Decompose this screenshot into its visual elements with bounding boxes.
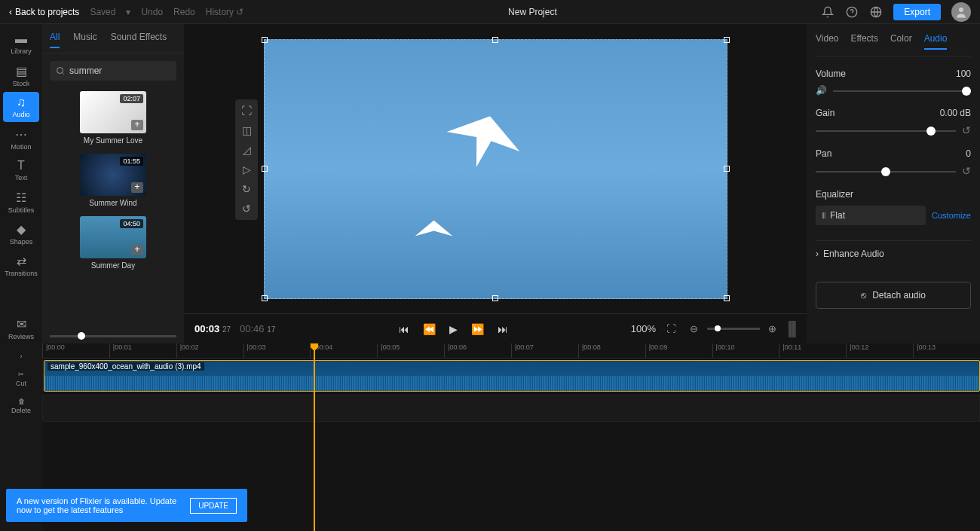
volume-slider[interactable] — [833, 90, 971, 92]
chevron-right-icon: › — [816, 249, 819, 259]
ruler-tick: |00:08 — [578, 343, 645, 358]
reset-icon[interactable]: ↺ — [962, 124, 971, 136]
search-box[interactable] — [50, 61, 176, 81]
rewind-icon[interactable]: ⏪ — [423, 323, 436, 335]
rail-motion[interactable]: ⋯Motion — [3, 124, 39, 154]
enhance-audio-toggle[interactable]: › Enhance Audio — [816, 240, 971, 267]
resize-handle[interactable] — [262, 166, 268, 172]
ruler-tick: |00:04 — [310, 343, 377, 358]
library-panel: All Music Sound Effects 02:07+ My Summer… — [42, 24, 184, 343]
customize-link[interactable]: Customize — [932, 211, 971, 220]
skip-start-icon[interactable]: ⏮ — [399, 323, 409, 335]
detach-icon: ⎋ — [861, 290, 866, 301]
help-icon[interactable] — [845, 5, 859, 19]
resize-handle[interactable] — [492, 295, 498, 301]
gain-slider[interactable] — [816, 130, 956, 132]
reviews-icon: ✉ — [17, 317, 26, 331]
add-button[interactable]: + — [131, 182, 143, 193]
export-button[interactable]: Export — [893, 4, 941, 20]
properties-panel: Video Effects Color Audio Volume100 🔊 Ga… — [807, 24, 980, 343]
text-icon: T — [17, 159, 25, 172]
video-content — [439, 106, 526, 176]
cut-button[interactable]: ✂Cut — [6, 368, 36, 390]
lib-item[interactable]: 01:55+ Summer Wind — [50, 154, 176, 207]
timeline-clip[interactable]: sample_960x400_ocean_with_audio (3).mp4 — [44, 360, 980, 392]
user-avatar[interactable] — [951, 2, 971, 22]
globe-icon[interactable] — [869, 5, 883, 19]
detach-audio-button[interactable]: ⎋ Detach audio — [816, 282, 971, 309]
resize-handle[interactable] — [262, 295, 268, 301]
notifications-icon[interactable] — [821, 5, 835, 19]
lib-item[interactable]: 04:50+ Summer Day — [50, 216, 176, 270]
lib-tab-sfx[interactable]: Sound Effects — [111, 32, 167, 48]
delete-button[interactable]: 🗑Delete — [6, 395, 36, 417]
video-track[interactable]: sample_960x400_ocean_with_audio (3).mp4 — [42, 360, 980, 392]
play-icon[interactable]: ▶ — [449, 323, 458, 335]
reset-icon[interactable]: ↺ — [962, 165, 971, 177]
add-button[interactable]: + — [131, 245, 143, 255]
back-to-projects-link[interactable]: ‹ Back to projects — [9, 7, 79, 17]
skip-end-icon[interactable]: ⏭ — [498, 323, 508, 335]
rail-transitions[interactable]: ⇄Transitions — [3, 250, 39, 280]
motion-icon: ⋯ — [15, 127, 27, 142]
saved-status: Saved — [90, 7, 115, 17]
resize-handle[interactable] — [262, 37, 268, 43]
zoom-value: 100% — [631, 323, 656, 334]
preview-canvas[interactable] — [264, 39, 727, 299]
rail-shapes[interactable]: ◆Shapes — [3, 218, 39, 249]
ruler-tick: |00:02 — [176, 343, 243, 358]
trash-icon: 🗑 — [18, 398, 25, 405]
lib-tab-music[interactable]: Music — [73, 32, 96, 48]
rail-reviews[interactable]: ✉Reviews — [3, 313, 39, 343]
timeline-expand[interactable]: › — [6, 349, 36, 363]
fullscreen-icon[interactable]: ⛶ — [665, 322, 678, 336]
tab-color[interactable]: Color — [890, 33, 912, 50]
add-button[interactable]: + — [131, 120, 143, 130]
resize-handle[interactable] — [724, 166, 730, 172]
playhead[interactable] — [314, 343, 315, 531]
pan-label: Pan — [816, 148, 831, 159]
equalizer-icon: ⫴ — [822, 210, 825, 221]
rail-text[interactable]: TText — [3, 155, 39, 185]
gain-label: Gain — [816, 108, 835, 118]
search-icon — [56, 66, 65, 75]
zoom-slider[interactable] — [707, 328, 760, 330]
undo-button[interactable]: Undo — [141, 7, 163, 17]
project-title: New Project — [243, 7, 821, 17]
left-rail: ▬Library ▤Stock ♫Audio ⋯Motion TText ☷Su… — [0, 24, 42, 343]
lib-item[interactable]: 02:07+ My Summer Love — [50, 91, 176, 145]
update-button[interactable]: UPDATE — [190, 498, 237, 514]
topbar: ‹ Back to projects Saved ▾ Undo Redo His… — [0, 0, 980, 24]
thumbnail-size-slider[interactable] — [42, 329, 184, 343]
rail-subtitles[interactable]: ☷Subtitles — [3, 187, 39, 217]
tab-effects[interactable]: Effects — [850, 33, 877, 50]
tab-audio[interactable]: Audio — [924, 33, 948, 50]
forward-icon[interactable]: ⏩ — [471, 323, 484, 335]
total-time: 00:46 — [240, 323, 265, 334]
saved-dropdown-icon[interactable]: ▾ — [126, 7, 130, 17]
lib-tab-all[interactable]: All — [50, 32, 60, 48]
history-button[interactable]: History ↺ — [206, 7, 244, 17]
rail-audio[interactable]: ♫Audio — [3, 92, 39, 122]
resize-handle[interactable] — [492, 37, 498, 43]
empty-track[interactable] — [42, 395, 980, 422]
redo-button[interactable]: Redo — [173, 7, 195, 17]
tab-video[interactable]: Video — [816, 33, 838, 50]
rail-library[interactable]: ▬Library — [3, 29, 39, 59]
resize-handle[interactable] — [724, 37, 730, 43]
back-label: Back to projects — [15, 7, 79, 17]
subtitles-icon: ☷ — [16, 191, 26, 205]
rail-stock[interactable]: ▤Stock — [3, 60, 39, 90]
lib-item-label: Summer Day — [50, 261, 176, 270]
speaker-icon[interactable]: 🔊 — [816, 85, 827, 96]
duration-badge: 04:50 — [120, 219, 143, 228]
pan-slider[interactable] — [816, 171, 956, 172]
zoom-in-icon[interactable]: ⊕ — [766, 322, 779, 336]
zoom-out-icon[interactable]: ⊖ — [688, 322, 701, 336]
timeline-ruler[interactable]: |00:00|00:01|00:02|00:03|00:04|00:05|00:… — [42, 343, 980, 359]
resize-handle[interactable] — [724, 295, 730, 301]
volume-value: 100 — [956, 69, 971, 79]
search-input[interactable] — [69, 66, 182, 76]
transitions-icon: ⇄ — [17, 254, 26, 268]
equalizer-preset-select[interactable]: ⫴ Flat — [816, 206, 926, 225]
